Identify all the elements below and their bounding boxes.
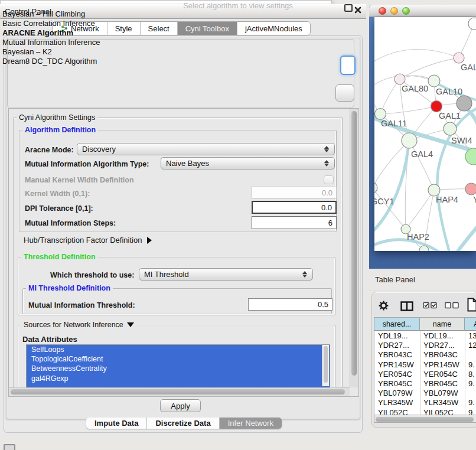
list-item[interactable]: gal4RGexp — [27, 374, 330, 383]
checked-columns-icon[interactable] — [423, 302, 438, 309]
column-view-icon[interactable] — [400, 301, 413, 311]
node-hap4[interactable] — [428, 184, 440, 196]
node-unlabeled[interactable] — [468, 18, 476, 30]
algorithm-option[interactable]: Mutual Information Inference — [2, 38, 321, 47]
dpi-tolerance-field[interactable]: 0.0 — [252, 201, 337, 214]
table-cell[interactable]: 8. — [465, 370, 476, 379]
column-divider — [465, 331, 465, 422]
node-label: GAL4 — [411, 149, 433, 159]
tab-infer-network[interactable]: Infer Network — [220, 418, 282, 429]
table-cell[interactable]: YER054C — [420, 370, 465, 379]
node-label: Y — [473, 195, 476, 204]
collapsed-arrow-icon — [147, 237, 152, 244]
zoom-traffic-light-icon[interactable] — [402, 7, 410, 15]
network-graph[interactable]: GAL GAL80 GAL10 GAL1 GAL11 SWI4 GAL4 GCY… — [374, 17, 476, 251]
kernel-width-field[interactable]: 0.0 — [252, 187, 337, 199]
new-document-icon[interactable] — [467, 298, 476, 312]
node-label: GAL — [461, 63, 476, 72]
table-cell[interactable]: YER054C — [374, 370, 420, 379]
settings-vscrollbar[interactable] — [350, 109, 358, 387]
node-label: SWI4 — [451, 136, 472, 145]
list-scrollbar-thumb[interactable] — [324, 346, 328, 383]
node-pink-right[interactable] — [465, 183, 476, 195]
tab-discretize-data[interactable]: Discretize Data — [147, 418, 219, 429]
mi-type-combo[interactable]: Naive Bayes — [161, 157, 335, 169]
algorithm-combo-focused-edge[interactable] — [340, 56, 356, 75]
kernel-width-value: 0.0 — [322, 188, 332, 197]
aracne-mode-combo[interactable]: Discovery — [77, 143, 335, 155]
node-gray[interactable] — [457, 96, 472, 111]
algorithm-option[interactable]: Bayesian – K2 — [2, 47, 321, 57]
table-cell[interactable]: YDR27... — [374, 341, 420, 350]
table-cell[interactable]: 9. — [465, 379, 476, 389]
network-combo-edge[interactable] — [335, 84, 354, 102]
node-label: HAP4 — [436, 195, 458, 204]
node-gal11[interactable] — [375, 109, 386, 120]
network-canvas[interactable]: GAL GAL80 GAL10 GAL1 GAL11 SWI4 GAL4 GCY… — [374, 17, 476, 251]
column-header-name[interactable]: name — [420, 318, 465, 331]
node-gal80[interactable] — [395, 74, 405, 84]
table-cell[interactable]: YDL19... — [420, 331, 465, 341]
table-cell[interactable]: YPR145W — [374, 360, 420, 370]
list-item[interactable]: SelfLoops — [27, 345, 330, 354]
mutual-info-threshold-label: Mutual Information Threshold: — [28, 301, 135, 309]
manual-kernel-checkbox[interactable] — [324, 175, 334, 184]
table-cell[interactable]: 9. — [465, 360, 476, 370]
table-cell[interactable]: YBL079W — [420, 389, 465, 398]
mutual-info-threshold-field[interactable]: 0.5 — [248, 298, 332, 311]
algorithm-option[interactable]: Bayesian – Hill Climbing — [2, 9, 321, 19]
minimized-panel-icon[interactable] — [4, 444, 15, 450]
which-threshold-combo[interactable]: MI Threshold — [139, 268, 313, 281]
node-gal4[interactable] — [402, 133, 417, 148]
gear-icon[interactable] — [378, 300, 389, 311]
table-cell[interactable]: YBR045C — [420, 379, 465, 389]
algorithm-option[interactable]: Basic Correlation Inference — [2, 19, 321, 28]
table-cell[interactable]: YBL079W — [374, 389, 420, 398]
table-cell[interactable] — [465, 350, 476, 360]
hub-definition-toggle[interactable]: Hub/Transcription Factor Definition — [24, 236, 152, 244]
table-hscrollbar-thumb[interactable] — [376, 417, 474, 422]
table-cell[interactable]: YBR043C — [420, 350, 465, 360]
list-item[interactable]: TopologicalCoefficient — [27, 354, 330, 364]
mi-type-label: Mutual Information Algorithm Type: — [25, 160, 149, 168]
node-gal10[interactable] — [428, 75, 440, 87]
algorithm-option[interactable]: Dream8 DC_TDC Algorithm — [2, 57, 321, 66]
table-cell[interactable]: YDL19... — [374, 331, 420, 341]
list-scrollbar[interactable] — [322, 345, 329, 386]
close-traffic-light-icon[interactable] — [379, 7, 386, 15]
table-cell[interactable]: YPR145W — [420, 360, 465, 370]
settings-hscrollbar-thumb[interactable] — [11, 389, 345, 394]
node-gal-top[interactable] — [454, 53, 464, 63]
tab-impute-data[interactable]: Impute Data — [86, 418, 147, 429]
table-hscrollbar[interactable] — [374, 415, 476, 423]
tab-infer-network-label: Infer Network — [228, 419, 273, 428]
sources-toggle[interactable]: Sources for Network Inference — [21, 321, 136, 329]
node-gal1-red[interactable] — [431, 101, 442, 112]
table-cell[interactable]: YLR345W — [420, 398, 465, 407]
settings-hscrollbar[interactable] — [9, 387, 350, 396]
minimize-traffic-light-icon[interactable] — [390, 7, 398, 15]
data-attributes-list: SelfLoops TopologicalCoefficient Between… — [26, 344, 330, 388]
column-header-third[interactable]: A — [465, 318, 476, 331]
table-cell[interactable]: 12 — [465, 341, 476, 350]
table-cell[interactable]: YDR27... — [420, 341, 465, 350]
list-item[interactable]: BetweennessCentrality — [27, 364, 330, 373]
apply-button[interactable]: Apply — [160, 399, 201, 412]
table-cell[interactable]: YBR045C — [374, 379, 420, 389]
manual-kernel-label: Manual Kernel Width Definition — [25, 176, 134, 184]
mi-steps-field[interactable]: 6 — [252, 216, 337, 229]
bottom-tab-bar: Impute Data Discretize Data Infer Networ… — [86, 418, 282, 429]
hub-definition-label: Hub/Transcription Factor Definition — [24, 236, 142, 244]
table-cell[interactable]: YBR043C — [374, 350, 420, 360]
algorithm-option-selected[interactable]: ARACNE Algorithm — [2, 28, 321, 38]
column-header-shared-name[interactable]: shared... — [374, 318, 420, 331]
node-swi4-pale[interactable] — [444, 122, 457, 135]
unchecked-columns-icon[interactable] — [445, 302, 459, 309]
table-cell[interactable]: 9. — [465, 398, 476, 407]
table-cell[interactable] — [465, 389, 476, 398]
settings-vscrollbar-thumb[interactable] — [351, 111, 357, 376]
table-cell[interactable]: YLR345W — [374, 398, 420, 407]
node-gcy1[interactable] — [374, 182, 377, 193]
network-window-titlebar — [369, 5, 476, 17]
table-cell[interactable]: 13 — [465, 331, 476, 341]
